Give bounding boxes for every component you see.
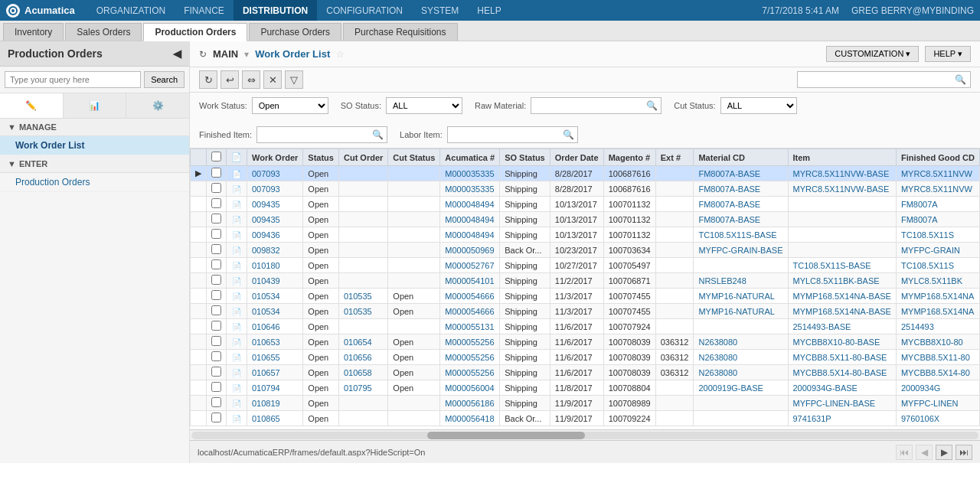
row-work-order-link[interactable]: 007093 <box>252 169 280 178</box>
tab-sales-orders[interactable]: Sales Orders <box>65 23 142 41</box>
row-expand-cell[interactable] <box>191 197 207 212</box>
row-acumatica-link[interactable]: M000055131 <box>445 322 494 331</box>
row-cut-order-link[interactable]: 010795 <box>344 383 372 393</box>
row-work-order-link[interactable]: 010794 <box>252 383 280 393</box>
row-acumatica-link[interactable]: M000035335 <box>445 184 494 194</box>
toolbar-search-icon[interactable]: 🔍 <box>951 74 970 85</box>
row-finished-good-link[interactable]: MYMP168.5X14NA <box>901 307 974 316</box>
row-finished-good-link[interactable]: MYMP168.5X14NA <box>901 292 974 301</box>
row-finished-good-link[interactable]: TC108.5X11S <box>901 261 954 270</box>
row-finished-good-link[interactable]: MYFPC-LINEN <box>901 399 959 408</box>
row-checkbox[interactable] <box>211 321 221 331</box>
row-checkbox[interactable] <box>211 244 221 254</box>
select-all-checkbox[interactable] <box>211 152 221 161</box>
row-work-order-link[interactable]: 010439 <box>252 276 280 285</box>
row-finished-good-link[interactable]: 2000934G <box>901 383 940 393</box>
row-cut-order-link[interactable]: 010656 <box>344 353 372 362</box>
row-work-order-link[interactable]: 009435 <box>252 215 280 224</box>
so-status-select[interactable]: ALL Open Closed <box>386 97 462 114</box>
row-item-link[interactable]: MYMP168.5X14NA-BASE <box>793 292 891 301</box>
row-expand-cell[interactable] <box>191 319 207 334</box>
row-item-link[interactable]: MYMP168.5X14NA-BASE <box>793 307 891 316</box>
row-work-order-link[interactable]: 010819 <box>252 399 280 408</box>
toolbar-export-btn[interactable]: ✕ <box>263 70 282 89</box>
row-finished-good-link[interactable]: FM8007A <box>901 200 938 209</box>
row-work-order-link[interactable]: 009436 <box>252 230 280 240</box>
row-expand-cell[interactable] <box>191 227 207 243</box>
row-material-cd-link[interactable]: MYMP16-NATURAL <box>698 292 774 301</box>
row-acumatica-link[interactable]: M000055256 <box>445 338 494 347</box>
row-material-cd-link[interactable]: TC108.5X11S-BASE <box>698 230 776 240</box>
row-finished-good-link[interactable]: TC108.5X11S <box>901 230 954 240</box>
row-acumatica-link[interactable]: M000048494 <box>445 230 494 240</box>
row-acumatica-link[interactable]: M000054666 <box>445 292 494 301</box>
sidebar-edit-icon[interactable]: ✏️ <box>0 93 64 118</box>
row-item-link[interactable]: 2000934G-BASE <box>793 383 858 393</box>
row-expand-cell[interactable]: ▶ <box>191 166 207 181</box>
row-material-cd-link[interactable]: N2638080 <box>698 368 737 377</box>
nav-system[interactable]: SYSTEM <box>412 0 468 21</box>
nav-distribution[interactable]: DISTRIBUTION <box>234 0 317 21</box>
row-finished-good-link[interactable]: MYRC8.5X11NVW <box>901 169 972 178</box>
sidebar-item-production-orders[interactable]: Production Orders <box>0 173 189 192</box>
row-material-cd-link[interactable]: N2638080 <box>698 338 737 347</box>
col-header-cut-order[interactable]: Cut Order <box>338 149 387 166</box>
row-cut-order-link[interactable]: 010535 <box>344 307 372 316</box>
row-acumatica-link[interactable]: M000055256 <box>445 353 494 362</box>
tab-production-orders[interactable]: Production Orders <box>143 23 247 41</box>
row-finished-good-link[interactable]: MYCBB8X10-80 <box>901 338 963 347</box>
row-checkbox[interactable] <box>211 290 221 300</box>
col-header-status[interactable]: Status <box>303 149 339 166</box>
row-work-order-link[interactable]: 010653 <box>252 338 280 347</box>
row-item-link[interactable]: 2514493-BASE <box>793 322 851 331</box>
tab-purchase-orders[interactable]: Purchase Orders <box>249 23 341 41</box>
row-cut-order-link[interactable]: 010658 <box>344 368 372 377</box>
finished-item-input[interactable] <box>257 127 369 142</box>
row-item-link[interactable]: MYFPC-LINEN-BASE <box>793 399 876 408</box>
col-header-check[interactable] <box>207 149 227 166</box>
col-header-magento[interactable]: Magento # <box>603 149 655 166</box>
row-finished-good-link[interactable]: MYFPC-GRAIN <box>901 246 960 255</box>
sidebar-settings-icon[interactable]: ⚙️ <box>126 93 189 118</box>
row-work-order-link[interactable]: 007093 <box>252 184 280 194</box>
col-header-ext[interactable]: Ext # <box>655 149 694 166</box>
row-material-cd-link[interactable]: NRSLEB248 <box>698 276 746 285</box>
row-checkbox[interactable] <box>211 229 221 239</box>
labor-item-input[interactable] <box>448 127 560 142</box>
row-material-cd-link[interactable]: FM8007A-BASE <box>698 215 760 224</box>
app-logo[interactable]: Acumatica <box>6 4 75 18</box>
sidebar-collapse-icon[interactable]: ◀ <box>173 47 181 60</box>
row-material-cd-link[interactable]: 2000919G-BASE <box>698 383 763 393</box>
row-acumatica-link[interactable]: M000056186 <box>445 399 494 408</box>
scroll-thumb[interactable] <box>427 432 585 439</box>
tab-purchase-requisitions[interactable]: Purchase Requisitions <box>343 23 457 41</box>
row-item-link[interactable]: 9741631P <box>793 414 831 423</box>
customization-button[interactable]: CUSTOMIZATION ▾ <box>826 46 919 62</box>
col-header-work-order[interactable]: Work Order <box>247 149 303 166</box>
row-finished-good-link[interactable]: MYLC8.5X11BK <box>901 276 962 285</box>
row-work-order-link[interactable]: 010534 <box>252 307 280 316</box>
labor-item-search-icon[interactable]: 🔍 <box>560 129 577 140</box>
sidebar-search-input[interactable] <box>5 71 141 88</box>
row-expand-cell[interactable] <box>191 273 207 289</box>
row-finished-good-link[interactable]: 2514493 <box>901 322 934 331</box>
row-expand-cell[interactable] <box>191 334 207 350</box>
row-checkbox[interactable] <box>211 275 221 285</box>
row-finished-good-link[interactable]: 9760106X <box>901 414 939 423</box>
toolbar-undo-btn[interactable]: ↩ <box>220 70 239 89</box>
row-checkbox[interactable] <box>211 336 221 346</box>
row-material-cd-link[interactable]: MYMP16-NATURAL <box>698 307 774 316</box>
help-button[interactable]: HELP ▾ <box>925 46 971 62</box>
row-cut-order-link[interactable]: 010535 <box>344 292 372 301</box>
row-expand-cell[interactable] <box>191 396 207 411</box>
row-checkbox[interactable] <box>211 351 221 361</box>
favorite-star-icon[interactable]: ☆ <box>336 49 345 60</box>
toolbar-search-input[interactable] <box>798 72 951 87</box>
sidebar-chart-icon[interactable]: 📊 <box>64 93 127 118</box>
cut-status-select[interactable]: ALL Open Closed <box>720 97 797 114</box>
row-checkbox[interactable] <box>211 183 221 193</box>
row-expand-cell[interactable] <box>191 212 207 227</box>
row-checkbox[interactable] <box>211 214 221 223</box>
row-acumatica-link[interactable]: M000035335 <box>445 169 494 178</box>
toolbar-refresh-btn[interactable]: ↻ <box>199 70 217 89</box>
